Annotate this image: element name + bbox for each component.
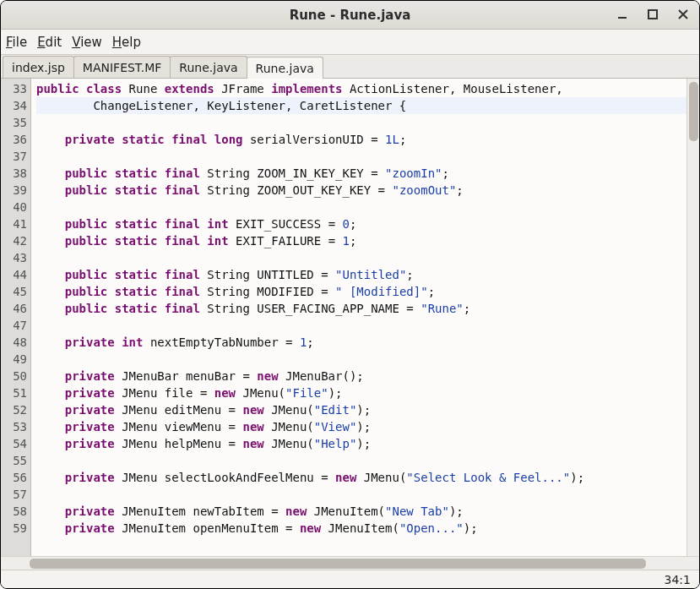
- code-line[interactable]: private JMenuItem newTabItem = new JMenu…: [36, 503, 686, 520]
- line-number: 57: [1, 486, 27, 503]
- menu-file[interactable]: File: [6, 35, 27, 50]
- tok-p: ;: [406, 268, 413, 281]
- code-line[interactable]: public static final String USER_FACING_A…: [36, 300, 686, 317]
- tok-p: );: [570, 471, 584, 484]
- tok-p: JMenu(: [264, 420, 314, 434]
- code-line[interactable]: [36, 351, 686, 368]
- tok-p: );: [356, 437, 371, 450]
- tok-p: [157, 217, 164, 231]
- code-area[interactable]: public class Rune extends JFrame impleme…: [31, 79, 686, 556]
- line-number: 48: [1, 334, 27, 351]
- menu-edit[interactable]: Edit: [37, 35, 62, 50]
- code-line[interactable]: private JMenuBar menuBar = new JMenuBar(…: [36, 368, 686, 384]
- tok-p: [165, 133, 171, 146]
- minimize-button[interactable]: [613, 5, 632, 24]
- tok-p: JMenu(: [236, 386, 285, 400]
- tabstrip: index.jspMANIFEST.MFRune.javaRune.java: [1, 55, 699, 79]
- tab-manifest-mf-1[interactable]: MANIFEST.MF: [73, 56, 171, 78]
- code-line[interactable]: private JMenu editMenu = new JMenu("Edit…: [36, 401, 686, 418]
- code-line[interactable]: public class Rune extends JFrame impleme…: [36, 80, 686, 97]
- code-line[interactable]: private int nextEmptyTabNumber = 1;: [36, 334, 686, 351]
- close-icon: [678, 9, 688, 19]
- tok-p: [36, 420, 65, 434]
- code-line[interactable]: [36, 317, 686, 334]
- tok-kw: new: [257, 369, 278, 383]
- tok-kw: static: [115, 302, 158, 315]
- close-button[interactable]: [674, 5, 692, 24]
- tok-kw: public: [65, 234, 108, 248]
- line-number: 37: [1, 148, 27, 165]
- code-line[interactable]: ChangeListener, KeyListener, CaretListen…: [36, 97, 686, 114]
- tok-str: "File": [285, 386, 328, 400]
- menubar: FileEditViewHelp: [1, 30, 699, 55]
- code-line[interactable]: [36, 249, 686, 266]
- tok-kw: new: [242, 403, 263, 417]
- tok-kw: private: [65, 437, 115, 450]
- code-line[interactable]: private JMenu helpMenu = new JMenu("Help…: [36, 435, 686, 452]
- tok-kw: private: [65, 369, 115, 383]
- code-line[interactable]: private JMenu selectLookAndFeelMenu = ne…: [36, 469, 686, 486]
- tok-p: [157, 302, 164, 315]
- code-line[interactable]: [36, 452, 686, 469]
- minimize-icon: [617, 9, 627, 19]
- tok-p: JMenuBar menuBar =: [115, 369, 258, 383]
- tok-p: [36, 437, 65, 450]
- tok-p: JMenuItem(: [307, 504, 385, 518]
- tok-kw: final: [165, 217, 200, 231]
- tok-num: 0: [343, 217, 350, 231]
- tok-p: [36, 285, 65, 298]
- titlebar[interactable]: Rune - Rune.java: [1, 1, 699, 30]
- statusbar: 34:1: [1, 570, 699, 588]
- code-line[interactable]: [36, 486, 686, 503]
- tok-kw: public: [65, 268, 108, 281]
- line-number: 34: [1, 97, 27, 114]
- code-line[interactable]: [36, 199, 686, 215]
- code-line[interactable]: [36, 148, 686, 165]
- code-line[interactable]: public static final int EXIT_FAILURE = 1…: [36, 232, 686, 249]
- horizontal-scroll-thumb[interactable]: [30, 559, 646, 569]
- line-number: 53: [1, 418, 27, 435]
- maximize-button[interactable]: [643, 5, 662, 24]
- app-window: Rune - Rune.java FileEditViewHelp index.…: [0, 0, 700, 589]
- line-number: 38: [1, 165, 27, 182]
- tok-p: [157, 268, 164, 281]
- code-line[interactable]: private JMenu viewMenu = new JMenu("View…: [36, 418, 686, 435]
- tok-num: 1L: [385, 133, 399, 146]
- code-line[interactable]: public static final String UNTITLED = "U…: [36, 266, 686, 283]
- line-number: 45: [1, 283, 27, 300]
- vertical-scrollbar[interactable]: [686, 79, 699, 556]
- vertical-scroll-thumb[interactable]: [689, 82, 698, 141]
- menu-label-rest: iew: [80, 35, 102, 50]
- line-number: 36: [1, 131, 27, 148]
- line-number: 54: [1, 435, 27, 452]
- tok-kw: static: [115, 285, 158, 298]
- menu-view[interactable]: View: [72, 35, 102, 50]
- horizontal-scrollbar[interactable]: [1, 556, 699, 570]
- tok-kw: new: [242, 437, 263, 450]
- tok-p: [115, 335, 122, 349]
- menu-help[interactable]: Help: [112, 35, 141, 50]
- tok-p: [107, 302, 114, 315]
- code-line[interactable]: private JMenuItem openMenuItem = new JMe…: [36, 520, 686, 537]
- tok-p: );: [449, 504, 464, 518]
- tab-index-jsp-0[interactable]: index.jsp: [3, 56, 74, 78]
- tok-p: [157, 285, 164, 298]
- tok-p: [36, 302, 65, 315]
- code-line[interactable]: [36, 114, 686, 131]
- code-line[interactable]: private static final long serialVersionU…: [36, 131, 686, 148]
- tok-str: " [Modified]": [335, 285, 428, 298]
- code-line[interactable]: public static final String MODIFIED = " …: [36, 283, 686, 300]
- tok-tp: int: [207, 217, 228, 231]
- code-line[interactable]: public static final int EXIT_SUCCESS = 0…: [36, 215, 686, 232]
- code-line[interactable]: public static final String ZOOM_OUT_KEY_…: [36, 182, 686, 199]
- tok-str: "Select Look & Feel...": [406, 471, 570, 484]
- code-line[interactable]: private JMenu file = new JMenu("File");: [36, 384, 686, 401]
- tok-kw: public: [65, 183, 108, 197]
- menu-mnemonic: H: [112, 35, 122, 50]
- tok-p: JMenuItem openMenuItem =: [115, 521, 300, 535]
- code-line[interactable]: public static final String ZOOM_IN_KEY_K…: [36, 165, 686, 182]
- tab-rune-java-3[interactable]: Rune.java: [247, 57, 323, 79]
- tab-rune-java-2[interactable]: Rune.java: [170, 56, 247, 78]
- tok-p: [36, 217, 65, 231]
- tok-num: 1: [343, 234, 350, 248]
